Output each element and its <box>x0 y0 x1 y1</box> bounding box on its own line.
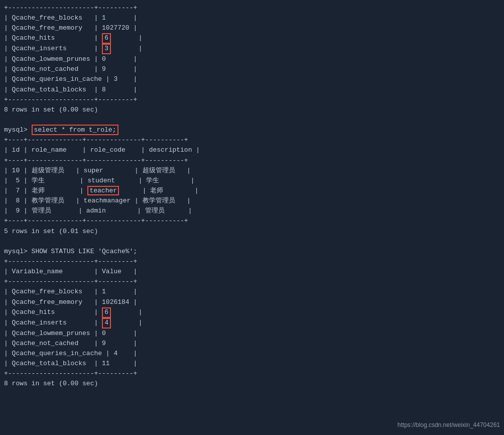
teacher-value: teacher <box>87 186 119 195</box>
qcache-queries-row: | Qcache_queries_in_cache | 3 | <box>4 74 500 84</box>
select-command: select * from t_role; <box>32 125 119 135</box>
role-row-4: | 8 | 教学管理员 | teachmanager | 教学管理员 | <box>4 196 500 206</box>
separator-line-7: +----------------------+---------+ <box>4 277 500 287</box>
qcache-hits-value-2: 6 <box>102 307 111 318</box>
select-command-line: mysql> select * from t_role; <box>4 125 500 135</box>
blank-1 <box>4 115 500 125</box>
qcache-hits-row: | Qcache_hits | 6 | <box>4 33 500 44</box>
rows-info-2: 5 rows in set (0.01 sec) <box>4 227 500 237</box>
qcache-total-blocks-row-2: | Qcache_total_blocks | 11 | <box>4 359 500 369</box>
rows-info-1: 8 rows in set (0.00 sec) <box>4 105 500 115</box>
role-row-1: | 10 | 超级管理员 | super | 超级管理员 | <box>4 166 500 176</box>
separator-line-8: +----------------------+---------+ <box>4 369 500 379</box>
rows-info-3: 8 rows in set (0.00 sec) <box>4 379 500 389</box>
table-header: | id | role_name | role_code | descripti… <box>4 145 500 155</box>
qcache-free-memory-row: | Qcache_free_memory | 1027720 | <box>4 23 500 33</box>
terminal-window: +----------------------+---------+ | Qca… <box>0 2 504 390</box>
qcache-queries-row-2: | Qcache_queries_in_cache | 4 | <box>4 349 500 359</box>
separator-line-5: +----+--------------+--------------+----… <box>4 216 500 226</box>
qcache-lowmem-row-2: | Qcache_lowmem_prunes | 0 | <box>4 329 500 339</box>
separator-line-1: +----------------------+---------+ <box>4 3 500 13</box>
watermark: https://blog.csdn.net/weixin_44704261 <box>398 420 500 430</box>
qcache-inserts-row-2: | Qcache_inserts | 4 | <box>4 318 500 329</box>
role-row-2: | 5 | 学生 | student | 学生 | <box>4 176 500 186</box>
qcache-free-memory-row-2: | Qcache_free_memory | 1026184 | <box>4 297 500 307</box>
separator-line-3: +----+--------------+--------------+----… <box>4 135 500 145</box>
qcache-inserts-row: | Qcache_inserts | 3 | <box>4 44 500 54</box>
qcache-inserts-value-1: 3 <box>102 44 111 54</box>
qcache-hits-row-2: | Qcache_hits | 6 | <box>4 307 500 318</box>
role-row-3: | 7 | 老师 | teacher | 老师 | <box>4 186 500 196</box>
qcache-total-blocks-row: | Qcache_total_blocks | 8 | <box>4 85 500 95</box>
role-row-5: | 9 | 管理员 | admin | 管理员 | <box>4 206 500 216</box>
qcache-free-blocks-row-2: | Qcache_free_blocks | 1 | <box>4 287 500 297</box>
separator-line-2: +----------------------+---------+ <box>4 95 500 105</box>
separator-line-6: +----------------------+---------+ <box>4 257 500 267</box>
show-status-command: mysql> SHOW STATUS LIKE 'Qcache%'; <box>4 247 500 257</box>
qcache-not-cached-row-2: | Qcache_not_cached | 9 | <box>4 339 500 349</box>
qcache-lowmem-row: | Qcache_lowmem_prunes | 0 | <box>4 54 500 64</box>
table-header-2: | Variable_name | Value | <box>4 267 500 277</box>
separator-line-4: +----+--------------+--------------+----… <box>4 156 500 166</box>
qcache-inserts-value-2: 4 <box>102 318 111 329</box>
qcache-free-blocks-row: | Qcache_free_blocks | 1 | <box>4 13 500 23</box>
blank-2 <box>4 237 500 247</box>
qcache-hits-value-1: 6 <box>102 33 111 44</box>
qcache-not-cached-row: | Qcache_not_cached | 9 | <box>4 64 500 74</box>
